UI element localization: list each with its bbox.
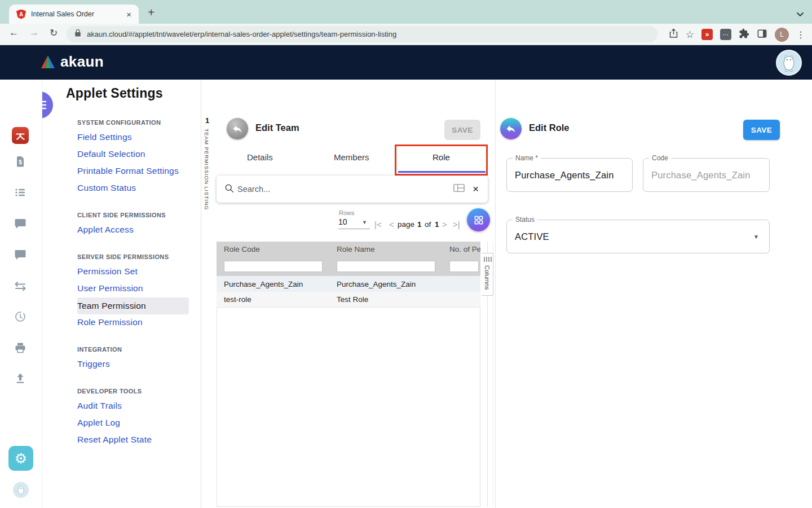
sidebar-item-role-permission[interactable]: Role Permission <box>77 317 143 327</box>
side-panel-icon[interactable] <box>757 28 767 41</box>
tab-close-icon[interactable]: × <box>125 10 133 19</box>
filter-permissions-input[interactable] <box>449 261 479 272</box>
cell-role-name: Purchase_Agents_Zain <box>329 280 442 288</box>
role-tab-highlight-annotation <box>395 144 488 176</box>
bookmark-star-icon[interactable]: ☆ <box>686 29 694 41</box>
extensions-puzzle-icon[interactable] <box>739 28 749 41</box>
sidebar-item-default-selection[interactable]: Default Selection <box>77 149 145 159</box>
status-field-label: Status <box>513 216 537 224</box>
tab-search-chevron-icon[interactable] <box>796 9 804 19</box>
browser-menu-icon[interactable]: ⋮ <box>796 29 805 40</box>
browser-forward-icon[interactable]: → <box>29 27 39 38</box>
chat-alt-icon[interactable] <box>14 248 27 264</box>
address-bar[interactable]: akaun.cloud/#/applet/tnt/wavelet/erp/int… <box>67 26 657 42</box>
name-field-label: Name * <box>513 154 541 162</box>
section-integration: INTEGRATION <box>77 346 122 353</box>
sidebar-item-field-settings[interactable]: Field Settings <box>77 132 132 142</box>
toolbar-actions: ☆ » ⋯ L ⋮ <box>669 24 812 45</box>
share-icon[interactable] <box>669 28 678 41</box>
search-bar[interactable]: Search... × <box>217 176 488 203</box>
panel-divider <box>495 80 496 508</box>
page-total: 1 <box>435 220 439 229</box>
section-developer-tools: DEVELOPER TOOLS <box>77 388 142 395</box>
upload-icon[interactable] <box>14 371 27 387</box>
sidebar-item-permission-set[interactable]: Permission Set <box>77 266 138 277</box>
akaun-triangle-icon <box>39 54 56 70</box>
table-header-row: Role Code Role Name No. of Pe <box>217 242 480 257</box>
search-clear-icon[interactable]: × <box>473 183 479 195</box>
last-page-button[interactable]: >| <box>453 220 460 229</box>
code-field[interactable]: Code Purchase_Agents_Zain <box>643 158 770 192</box>
extension-red-icon[interactable]: » <box>701 29 713 40</box>
edit-team-title: Edit Team <box>255 122 299 133</box>
tab-members[interactable]: Members <box>334 152 369 162</box>
table-row[interactable]: Purchase_Agents_Zain Purchase_Agents_Zai… <box>217 276 480 292</box>
status-field-value: ACTIVE <box>515 231 549 242</box>
history-clock-icon[interactable] <box>14 310 27 326</box>
extension-gray-icon[interactable]: ⋯ <box>720 29 731 40</box>
filter-role-code-input[interactable] <box>224 261 323 272</box>
table-row[interactable]: test-role Test Role <box>217 292 480 308</box>
tab-details[interactable]: Details <box>247 152 273 162</box>
columns-grip-icon <box>484 257 492 262</box>
sidebar-item-team-permission[interactable]: Team Permission <box>77 301 146 311</box>
section-server-side-permissions: SERVER SIDE PERMISSIONS <box>77 253 169 260</box>
edit-team-back-button[interactable] <box>227 118 248 139</box>
transfer-arrows-icon[interactable] <box>14 279 27 295</box>
grid-view-button[interactable] <box>467 208 490 231</box>
printer-icon[interactable] <box>14 341 27 357</box>
browser-reload-icon[interactable]: ↻ <box>50 27 58 39</box>
status-dropdown-caret-icon[interactable]: ▼ <box>753 234 759 240</box>
akaun-logo[interactable]: akaun <box>39 53 104 71</box>
app-navbar <box>0 45 812 80</box>
chat-icon[interactable] <box>14 217 27 233</box>
first-page-button[interactable]: |< <box>374 220 382 229</box>
sidebar-item-triggers[interactable]: Triggers <box>77 359 110 369</box>
grid-icon <box>473 214 484 226</box>
sidebar-item-printable-format-settings[interactable]: Printable Format Settings <box>77 166 179 176</box>
new-tab-button[interactable]: + <box>144 6 158 19</box>
section-system-configuration: SYSTEM CONFIGURATION <box>77 119 161 126</box>
edit-role-title: Edit Role <box>529 122 570 133</box>
col-role-code[interactable]: Role Code <box>217 245 329 253</box>
cell-role-name: Test Role <box>329 295 442 304</box>
cell-role-code: Purchase_Agents_Zain <box>217 280 329 288</box>
billing-doc-icon[interactable]: $ <box>14 155 27 170</box>
browser-tab[interactable]: A Internal Sales Order × <box>9 5 139 24</box>
user-avatar-penguin[interactable] <box>776 50 802 76</box>
list-icon[interactable] <box>14 186 27 202</box>
listing-tab-index: 1 <box>205 116 209 125</box>
status-field[interactable]: Status ACTIVE ▼ <box>506 220 770 253</box>
sidebar-item-user-permission[interactable]: User Permission <box>77 283 143 294</box>
table-filter-row <box>217 257 480 276</box>
advanced-search-icon[interactable] <box>453 183 465 195</box>
sidebar-item-custom-status[interactable]: Custom Status <box>77 183 136 193</box>
prev-page-button[interactable]: < <box>389 220 394 229</box>
col-no-of-permissions[interactable]: No. of Pe <box>442 245 480 253</box>
sidebar-divider <box>201 80 201 508</box>
team-save-button[interactable]: SAVE <box>444 120 480 140</box>
sidebar-item-applet-log[interactable]: Applet Log <box>77 418 120 428</box>
role-save-button[interactable]: SAVE <box>743 120 780 140</box>
search-input[interactable]: Search... <box>237 185 453 194</box>
code-field-value: Purchase_Agents_Zain <box>651 170 751 181</box>
edit-role-back-button[interactable] <box>500 118 522 139</box>
browser-back-icon[interactable]: ← <box>9 27 19 38</box>
cell-role-code: test-role <box>217 295 329 304</box>
sidebar-item-applet-access[interactable]: Applet Access <box>77 225 134 235</box>
listing-tab-label[interactable]: TEAM PERMISSION LISTING <box>204 129 209 211</box>
next-page-button[interactable]: > <box>442 220 447 229</box>
svg-text:$: $ <box>19 159 22 165</box>
sidebar-item-reset-applet-state[interactable]: Reset Applet State <box>77 435 152 445</box>
filter-role-name-input[interactable] <box>337 261 435 272</box>
settings-gear-button[interactable]: ⚙ <box>8 446 33 471</box>
col-role-name[interactable]: Role Name <box>329 245 442 253</box>
sidebar-item-audit-trails[interactable]: Audit Trails <box>77 401 122 411</box>
screen: A Internal Sales Order × + ← → ↻ akaun.c… <box>0 0 812 508</box>
cjk-app-icon[interactable] <box>12 127 29 144</box>
browser-profile-avatar[interactable]: L <box>775 28 789 42</box>
rows-label: Rows <box>339 209 355 216</box>
penguin-avatar-small[interactable] <box>13 482 29 498</box>
name-field[interactable]: Name * Purchase_Agents_Zain <box>506 158 633 192</box>
browser-tab-strip: A Internal Sales Order × + <box>0 0 812 24</box>
